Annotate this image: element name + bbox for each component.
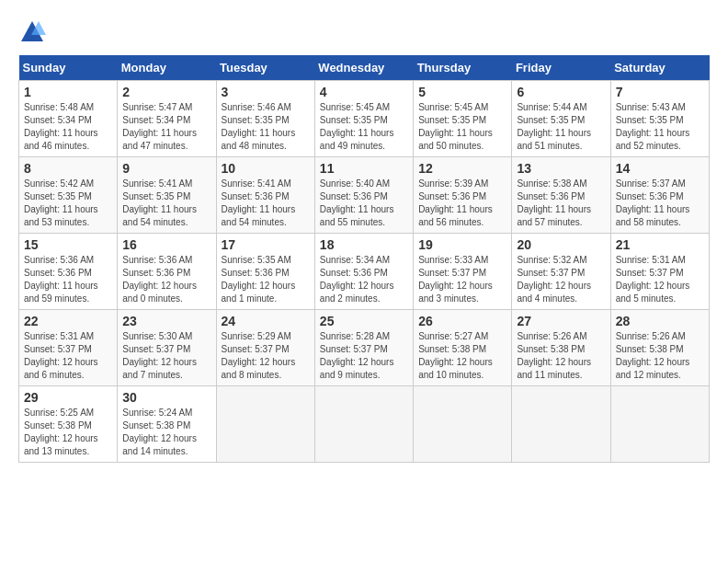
day-cell: 22 Sunrise: 5:31 AM Sunset: 5:37 PM Dayl… — [19, 310, 118, 386]
week-row-5: 29 Sunrise: 5:25 AM Sunset: 5:38 PM Dayl… — [19, 386, 710, 463]
day-info: Sunrise: 5:31 AM Sunset: 5:37 PM Dayligh… — [24, 330, 112, 382]
day-info: Sunrise: 5:33 AM Sunset: 5:37 PM Dayligh… — [418, 254, 506, 305]
column-header-wednesday: Wednesday — [314, 55, 413, 81]
day-cell — [314, 386, 413, 463]
day-info: Sunrise: 5:48 AM Sunset: 5:34 PM Dayligh… — [24, 101, 112, 153]
day-cell: 21 Sunrise: 5:31 AM Sunset: 5:37 PM Dayl… — [610, 234, 709, 310]
day-cell: 3 Sunrise: 5:46 AM Sunset: 5:35 PM Dayli… — [216, 81, 314, 157]
day-number: 2 — [122, 85, 210, 99]
day-number: 22 — [24, 314, 112, 328]
week-row-4: 22 Sunrise: 5:31 AM Sunset: 5:37 PM Dayl… — [19, 310, 710, 386]
logo-icon — [18, 18, 46, 46]
day-number: 14 — [616, 161, 704, 176]
day-cell: 18 Sunrise: 5:34 AM Sunset: 5:36 PM Dayl… — [314, 234, 413, 310]
day-number: 24 — [222, 314, 310, 328]
day-info: Sunrise: 5:43 AM Sunset: 5:35 PM Dayligh… — [616, 101, 704, 153]
day-info: Sunrise: 5:39 AM Sunset: 5:36 PM Dayligh… — [418, 178, 506, 229]
day-cell: 10 Sunrise: 5:41 AM Sunset: 5:36 PM Dayl… — [216, 157, 314, 234]
day-info: Sunrise: 5:29 AM Sunset: 5:37 PM Dayligh… — [222, 330, 310, 382]
column-header-saturday: Saturday — [610, 55, 709, 81]
day-number: 20 — [517, 237, 605, 252]
day-cell: 24 Sunrise: 5:29 AM Sunset: 5:37 PM Dayl… — [216, 310, 314, 386]
day-info: Sunrise: 5:45 AM Sunset: 5:35 PM Dayligh… — [418, 101, 506, 153]
day-info: Sunrise: 5:35 AM Sunset: 5:36 PM Dayligh… — [222, 254, 310, 305]
day-cell: 27 Sunrise: 5:26 AM Sunset: 5:38 PM Dayl… — [512, 310, 610, 386]
day-cell: 15 Sunrise: 5:36 AM Sunset: 5:36 PM Dayl… — [19, 234, 118, 310]
day-cell: 4 Sunrise: 5:45 AM Sunset: 5:35 PM Dayli… — [314, 81, 413, 157]
column-header-thursday: Thursday — [414, 55, 512, 81]
day-info: Sunrise: 5:41 AM Sunset: 5:35 PM Dayligh… — [122, 178, 210, 229]
day-info: Sunrise: 5:38 AM Sunset: 5:36 PM Dayligh… — [517, 178, 605, 229]
day-number: 15 — [24, 237, 112, 252]
day-cell: 7 Sunrise: 5:43 AM Sunset: 5:35 PM Dayli… — [610, 81, 709, 157]
day-number: 26 — [418, 314, 506, 328]
day-number: 8 — [24, 161, 112, 176]
week-row-3: 15 Sunrise: 5:36 AM Sunset: 5:36 PM Dayl… — [19, 234, 710, 310]
day-info: Sunrise: 5:44 AM Sunset: 5:35 PM Dayligh… — [517, 101, 605, 153]
day-cell: 12 Sunrise: 5:39 AM Sunset: 5:36 PM Dayl… — [414, 157, 512, 234]
day-cell: 8 Sunrise: 5:42 AM Sunset: 5:35 PM Dayli… — [19, 157, 118, 234]
day-cell: 23 Sunrise: 5:30 AM Sunset: 5:37 PM Dayl… — [118, 310, 216, 386]
day-cell: 9 Sunrise: 5:41 AM Sunset: 5:35 PM Dayli… — [118, 157, 216, 234]
day-cell: 11 Sunrise: 5:40 AM Sunset: 5:36 PM Dayl… — [314, 157, 413, 234]
day-info: Sunrise: 5:37 AM Sunset: 5:36 PM Dayligh… — [616, 178, 704, 229]
day-cell: 17 Sunrise: 5:35 AM Sunset: 5:36 PM Dayl… — [216, 234, 314, 310]
day-number: 23 — [122, 314, 210, 328]
page-header — [18, 18, 710, 46]
header-row: SundayMondayTuesdayWednesdayThursdayFrid… — [19, 55, 710, 81]
day-info: Sunrise: 5:34 AM Sunset: 5:36 PM Dayligh… — [320, 254, 408, 305]
day-cell — [414, 386, 512, 463]
day-cell: 13 Sunrise: 5:38 AM Sunset: 5:36 PM Dayl… — [512, 157, 610, 234]
column-header-sunday: Sunday — [19, 55, 118, 81]
day-cell: 28 Sunrise: 5:26 AM Sunset: 5:38 PM Dayl… — [610, 310, 709, 386]
day-number: 29 — [24, 390, 112, 405]
day-info: Sunrise: 5:47 AM Sunset: 5:34 PM Dayligh… — [122, 101, 210, 153]
day-info: Sunrise: 5:40 AM Sunset: 5:36 PM Dayligh… — [320, 178, 408, 229]
day-cell: 2 Sunrise: 5:47 AM Sunset: 5:34 PM Dayli… — [118, 81, 216, 157]
day-number: 6 — [517, 85, 605, 99]
day-number: 3 — [222, 85, 310, 99]
day-number: 25 — [320, 314, 408, 328]
day-info: Sunrise: 5:42 AM Sunset: 5:35 PM Dayligh… — [24, 178, 112, 229]
day-cell: 1 Sunrise: 5:48 AM Sunset: 5:34 PM Dayli… — [19, 81, 118, 157]
day-number: 21 — [616, 237, 704, 252]
day-number: 16 — [122, 237, 210, 252]
day-number: 4 — [320, 85, 408, 99]
day-info: Sunrise: 5:27 AM Sunset: 5:38 PM Dayligh… — [418, 330, 506, 382]
day-cell: 19 Sunrise: 5:33 AM Sunset: 5:37 PM Dayl… — [414, 234, 512, 310]
day-number: 10 — [222, 161, 310, 176]
day-info: Sunrise: 5:36 AM Sunset: 5:36 PM Dayligh… — [24, 254, 112, 305]
day-number: 17 — [222, 237, 310, 252]
day-number: 5 — [418, 85, 506, 99]
day-number: 27 — [517, 314, 605, 328]
week-row-1: 1 Sunrise: 5:48 AM Sunset: 5:34 PM Dayli… — [19, 81, 710, 157]
day-info: Sunrise: 5:36 AM Sunset: 5:36 PM Dayligh… — [122, 254, 210, 305]
day-number: 11 — [320, 161, 408, 176]
day-number: 7 — [616, 85, 704, 99]
column-header-monday: Monday — [118, 55, 216, 81]
day-info: Sunrise: 5:41 AM Sunset: 5:36 PM Dayligh… — [222, 178, 310, 229]
day-cell — [216, 386, 314, 463]
day-info: Sunrise: 5:31 AM Sunset: 5:37 PM Dayligh… — [616, 254, 704, 305]
day-cell: 20 Sunrise: 5:32 AM Sunset: 5:37 PM Dayl… — [512, 234, 610, 310]
day-info: Sunrise: 5:25 AM Sunset: 5:38 PM Dayligh… — [24, 407, 112, 458]
day-number: 28 — [616, 314, 704, 328]
day-info: Sunrise: 5:32 AM Sunset: 5:37 PM Dayligh… — [517, 254, 605, 305]
day-cell: 30 Sunrise: 5:24 AM Sunset: 5:38 PM Dayl… — [118, 386, 216, 463]
day-cell: 29 Sunrise: 5:25 AM Sunset: 5:38 PM Dayl… — [19, 386, 118, 463]
day-cell: 26 Sunrise: 5:27 AM Sunset: 5:38 PM Dayl… — [414, 310, 512, 386]
day-info: Sunrise: 5:24 AM Sunset: 5:38 PM Dayligh… — [122, 407, 210, 458]
day-info: Sunrise: 5:26 AM Sunset: 5:38 PM Dayligh… — [517, 330, 605, 382]
day-info: Sunrise: 5:30 AM Sunset: 5:37 PM Dayligh… — [122, 330, 210, 382]
calendar-table: SundayMondayTuesdayWednesdayThursdayFrid… — [18, 55, 710, 463]
day-cell: 25 Sunrise: 5:28 AM Sunset: 5:37 PM Dayl… — [314, 310, 413, 386]
day-number: 9 — [122, 161, 210, 176]
logo — [18, 18, 50, 46]
day-number: 30 — [122, 390, 210, 405]
day-info: Sunrise: 5:46 AM Sunset: 5:35 PM Dayligh… — [222, 101, 310, 153]
day-number: 18 — [320, 237, 408, 252]
column-header-friday: Friday — [512, 55, 610, 81]
week-row-2: 8 Sunrise: 5:42 AM Sunset: 5:35 PM Dayli… — [19, 157, 710, 234]
day-info: Sunrise: 5:28 AM Sunset: 5:37 PM Dayligh… — [320, 330, 408, 382]
day-cell: 16 Sunrise: 5:36 AM Sunset: 5:36 PM Dayl… — [118, 234, 216, 310]
